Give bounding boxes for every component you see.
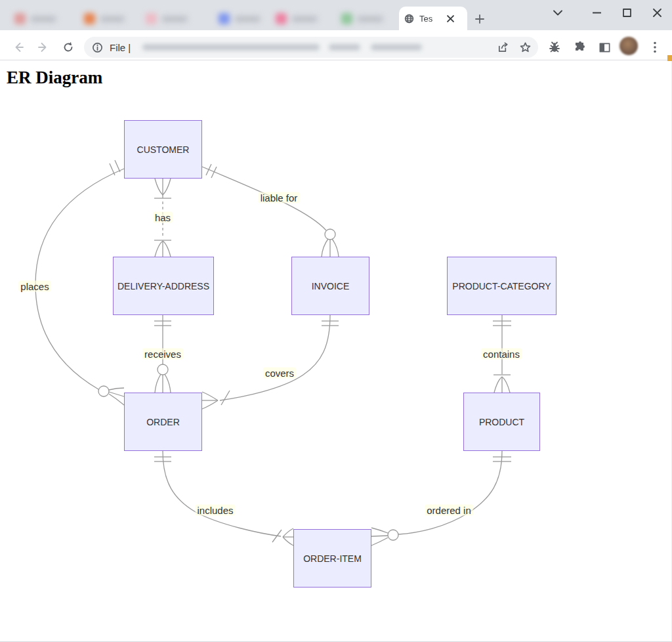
entity-delivery-address: DELIVERY-ADDRESS xyxy=(113,257,214,315)
blurred-favicon xyxy=(276,13,287,24)
blurred-tab-title xyxy=(30,16,56,22)
edge-includes xyxy=(154,451,293,546)
entity-order: ORDER xyxy=(124,393,202,451)
browser-window: Tes xyxy=(0,0,672,642)
relationship-label-covers: covers xyxy=(263,368,296,379)
page-content: ER Diagram xyxy=(0,61,672,642)
blurred-favicon xyxy=(146,13,157,24)
blurred-favicon xyxy=(14,13,26,24)
relationship-label-contains: contains xyxy=(481,349,522,360)
globe-icon xyxy=(404,14,414,24)
blurred-file-path xyxy=(131,37,494,58)
entity-product-category: PRODUCT-CATEGORY xyxy=(447,257,556,315)
entity-label: PRODUCT-CATEGORY xyxy=(452,281,551,291)
close-window-button[interactable] xyxy=(642,0,672,25)
entity-label: ORDER-ITEM xyxy=(303,553,362,564)
profile-avatar[interactable] xyxy=(620,37,638,55)
entity-label: INVOICE xyxy=(312,281,350,291)
address-bar[interactable]: File | xyxy=(84,37,538,58)
edge-covers xyxy=(202,315,339,409)
tab-search-chevron-icon[interactable] xyxy=(545,0,571,25)
share-icon[interactable] xyxy=(494,38,512,56)
maximize-button[interactable] xyxy=(612,0,642,25)
entity-product: PRODUCT xyxy=(463,393,540,451)
relationship-label-receives: receives xyxy=(142,349,183,360)
tab-close-icon[interactable] xyxy=(444,12,456,24)
menu-kebab-icon[interactable] xyxy=(646,38,664,56)
entity-label: DELIVERY-ADDRESS xyxy=(117,281,209,291)
blurred-favicon xyxy=(341,13,352,24)
entity-label: ORDER xyxy=(146,417,180,427)
entity-label: PRODUCT xyxy=(479,417,524,427)
blurred-tab-title xyxy=(357,16,383,22)
forward-button[interactable] xyxy=(34,38,52,56)
minimize-button[interactable] xyxy=(581,0,612,25)
blurred-tab-title xyxy=(161,16,188,22)
tab-strip: Tes xyxy=(0,0,672,30)
blurred-tab-title xyxy=(234,16,261,22)
window-controls xyxy=(545,0,672,30)
edge-ordered-in xyxy=(371,451,511,546)
back-button[interactable] xyxy=(9,38,28,56)
info-icon[interactable] xyxy=(92,42,103,53)
browser-toolbar: File | xyxy=(0,30,672,60)
extensions-puzzle-icon[interactable] xyxy=(571,38,589,56)
relationship-label-liable-for: liable for xyxy=(259,192,300,203)
edge-liable-for xyxy=(202,164,339,257)
entity-label: CUSTOMER xyxy=(137,144,190,155)
blurred-favicon xyxy=(219,13,230,24)
blurred-favicon xyxy=(84,13,95,24)
relationship-label-has: has xyxy=(153,212,173,223)
blurred-tab-title xyxy=(100,16,125,22)
relationship-label-includes: includes xyxy=(195,505,235,516)
reload-button[interactable] xyxy=(59,38,77,56)
relationship-label-ordered-in: ordered in xyxy=(425,505,473,516)
bug-extension-icon[interactable] xyxy=(545,38,564,56)
side-panel-icon[interactable] xyxy=(595,38,614,56)
entity-customer: CUSTOMER xyxy=(124,120,202,179)
bookmark-star-icon[interactable] xyxy=(516,38,534,56)
active-tab[interactable]: Tes xyxy=(399,7,467,30)
relationship-label-places: places xyxy=(18,281,51,292)
address-text: File | xyxy=(110,42,131,53)
new-tab-button[interactable] xyxy=(472,12,487,26)
blurred-tab-title xyxy=(291,16,318,22)
entity-invoice: INVOICE xyxy=(291,257,369,315)
tab-title: Tes xyxy=(419,14,443,24)
entity-order-item: ORDER-ITEM xyxy=(293,529,371,588)
